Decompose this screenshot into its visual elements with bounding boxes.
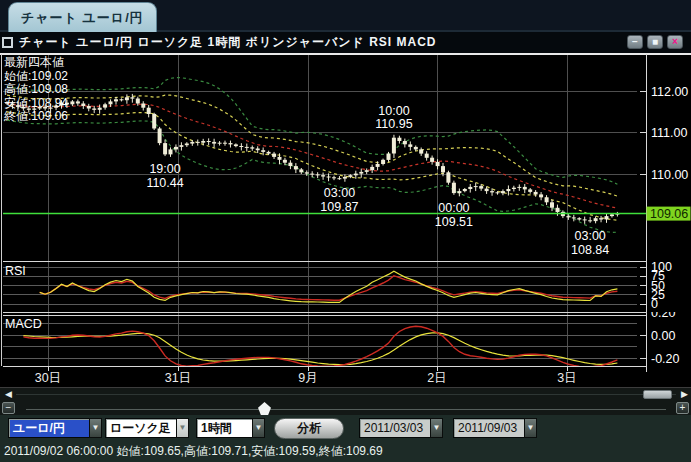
chart-controls-bar: ユーロ/円 ▼ ローソク足 ▼ 1時間 ▼ 分析 2011/03/03 ▼ 20… [0,415,691,441]
scrollbar-track[interactable] [16,394,676,395]
window-title-bar: チャート ユーロ/円 ローソク足 1時間 ボリンジャーバンド RSI MACD … [0,32,691,54]
zoom-slider-thumb[interactable] [258,402,271,415]
zoom-slider-row: − + [0,401,691,415]
chart-type-select[interactable]: ローソク足 [105,418,176,438]
zoom-out-button[interactable]: − [2,402,15,414]
svg-text:03:00: 03:00 [324,186,355,200]
chart-application-window: チャート ユーロ/円 チャート ユーロ/円 ローソク足 1時間 ボリンジャーバン… [0,0,691,462]
tab-bar: チャート ユーロ/円 [0,0,691,32]
svg-text:109.51: 109.51 [435,215,473,229]
svg-text:109.87: 109.87 [320,200,358,214]
ohlc-close: 終値:109.06 [4,110,68,124]
status-bar: 2011/09/02 06:00:00 始値:109.65,高値:109.71,… [0,441,691,462]
svg-text:110.95: 110.95 [375,117,412,131]
svg-text:31日: 31日 [165,371,191,385]
svg-text:3日: 3日 [557,371,576,385]
svg-text:00:00: 00:00 [438,201,469,215]
analyze-button[interactable]: 分析 [274,418,344,439]
svg-text:111.00: 111.00 [651,126,687,140]
svg-text:19:00: 19:00 [149,162,180,176]
candlestick-chart-svg: 19:00110.4403:00109.8710:00110.9500:0010… [0,54,691,388]
currency-pair-select[interactable]: ユーロ/円 [8,418,89,438]
chart-type-dropdown-icon[interactable]: ▼ [176,418,189,438]
price-annotations: 19:00110.4403:00109.8710:00110.9500:0010… [146,104,609,257]
panel-borders [0,54,691,388]
svg-text:110.44: 110.44 [146,176,183,190]
svg-text:2日: 2日 [427,371,446,385]
window-menu-icon[interactable] [2,37,13,48]
window-title: チャート ユーロ/円 ローソク足 1時間 ボリンジャーバンド RSI MACD [19,34,437,51]
svg-text:03:00: 03:00 [575,229,606,243]
svg-text:MACD: MACD [5,317,42,331]
current-price-label: 109.06 [647,207,691,221]
price-chart-area: 最新四本値始値:109.02高値:109.08安値:108.94終値:109.0… [0,54,691,388]
latest-ohlc-panel: 最新四本値始値:109.02高値:109.08安値:108.94終値:109.0… [4,56,68,151]
x-axis-labels: 30日31日9月2日3日 [35,371,577,385]
svg-text:0: 0 [651,297,658,311]
scrollbar-thumb[interactable] [643,390,672,399]
svg-text:RSI: RSI [5,264,26,278]
close-button[interactable]: × [667,35,683,49]
start-date-dropdown-icon[interactable]: ▼ [430,418,443,438]
ohlc-high: 高値:109.08 [4,83,68,97]
candles [5,94,619,224]
interval-select[interactable]: 1時間 [196,418,252,438]
ohlc-low: 安値:108.94 [4,97,68,111]
start-date-select[interactable]: 2011/03/03 [359,418,430,438]
horizontal-scrollbar[interactable]: ◀ ▶ [0,388,691,401]
scroll-left-icon[interactable]: ◀ [3,389,14,400]
zoom-slider-track[interactable] [26,409,666,410]
svg-text:109.06: 109.06 [650,207,688,221]
tab-chart-eurjpy[interactable]: チャート ユーロ/円 [8,2,157,32]
minimize-button[interactable]: − [627,35,643,49]
svg-text:9月: 9月 [298,371,317,385]
svg-text:112.00: 112.00 [651,85,688,99]
end-date-select[interactable]: 2011/09/03 [453,418,524,438]
currency-pair-dropdown-icon[interactable]: ▼ [89,418,102,438]
y-axis-labels: 112.00111.00110.0010075502500.200.00-0.2… [651,85,688,366]
svg-text:-0.20: -0.20 [651,352,680,366]
maximize-button[interactable]: ■ [647,35,663,49]
ohlc-open: 始値:109.02 [4,70,68,84]
svg-text:0.00: 0.00 [651,329,675,343]
interval-dropdown-icon[interactable]: ▼ [252,418,265,438]
bollinger-bands [7,78,617,233]
svg-text:110.00: 110.00 [651,168,688,182]
zoom-in-button[interactable]: + [676,402,689,414]
ohlc-title: 最新四本値 [4,56,68,70]
svg-text:108.84: 108.84 [571,243,609,257]
svg-text:10:00: 10:00 [378,104,409,118]
scroll-right-icon[interactable]: ▶ [679,389,690,400]
end-date-dropdown-icon[interactable]: ▼ [524,418,537,438]
svg-text:30日: 30日 [35,371,61,385]
